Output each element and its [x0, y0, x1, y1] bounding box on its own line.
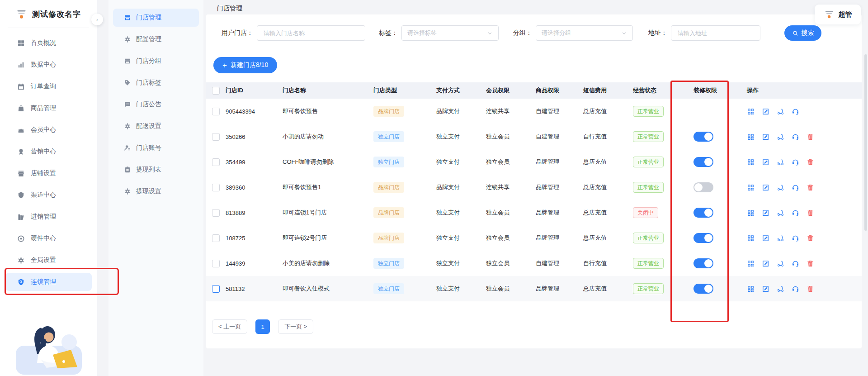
delete-icon[interactable]: [807, 234, 814, 242]
select-all-checkbox[interactable]: [212, 87, 220, 95]
row-checkbox[interactable]: [212, 133, 220, 141]
edit-icon[interactable]: [762, 234, 769, 242]
qrcode-icon[interactable]: [747, 158, 755, 166]
delivery-icon[interactable]: [777, 260, 784, 267]
support-icon[interactable]: [792, 209, 799, 217]
row-checkbox[interactable]: [212, 158, 220, 166]
product-permission-cell: 品牌管理: [536, 209, 583, 217]
edit-icon[interactable]: [762, 285, 769, 293]
qrcode-icon[interactable]: [747, 133, 755, 141]
edit-icon[interactable]: [762, 158, 769, 166]
working-woman-illustration: [15, 322, 83, 375]
renovation-toggle[interactable]: [693, 208, 713, 218]
sidebar-item-11[interactable]: 连锁管理: [0, 271, 97, 293]
submenu-item-5[interactable]: 配送设置: [108, 115, 203, 137]
sidebar-menu: 首页概况 数据中心 订单查询 商品管理 会员中心 营销中心 店铺设置: [0, 28, 97, 293]
edit-icon[interactable]: [762, 133, 769, 141]
row-checkbox[interactable]: [212, 285, 220, 293]
row-checkbox[interactable]: [212, 260, 220, 267]
renovation-toggle[interactable]: [693, 258, 713, 268]
qrcode-icon[interactable]: [747, 209, 755, 217]
delivery-icon[interactable]: [777, 209, 784, 217]
sidebar-item-10[interactable]: 全局设置: [0, 249, 97, 271]
row-checkbox[interactable]: [212, 184, 220, 191]
sidebar-collapse-button[interactable]: ‹: [91, 14, 103, 25]
sms-fee-cell: 总店充值: [583, 285, 633, 293]
next-page-button[interactable]: 下一页 >: [278, 319, 313, 334]
qrcode-icon[interactable]: [747, 184, 755, 191]
search-button-label: 搜索: [802, 29, 814, 37]
business-status-badge: 正常营业: [633, 233, 664, 243]
support-icon[interactable]: [792, 234, 799, 242]
submenu-item-6[interactable]: 门店账号: [108, 137, 203, 159]
store-id-cell: 905443394: [226, 108, 283, 115]
row-checkbox[interactable]: [212, 108, 220, 115]
current-page-button[interactable]: 1: [255, 319, 270, 334]
sidebar-item-8[interactable]: 进销管理: [0, 206, 97, 228]
business-status-badge: 正常营业: [633, 131, 664, 142]
user-chip[interactable]: 超管: [815, 5, 861, 24]
delivery-icon[interactable]: [777, 133, 784, 141]
submenu-item-8[interactable]: 提现设置: [108, 181, 203, 202]
sidebar-item-0[interactable]: 首页概况: [0, 32, 97, 54]
qrcode-icon[interactable]: [747, 260, 755, 267]
delete-icon[interactable]: [807, 158, 814, 166]
qrcode-icon[interactable]: [747, 285, 755, 293]
support-icon[interactable]: [792, 184, 799, 191]
delete-icon[interactable]: [807, 209, 814, 217]
delete-icon[interactable]: [807, 285, 814, 293]
delete-icon[interactable]: [807, 260, 814, 267]
new-store-button[interactable]: + 新建门店8/10: [213, 57, 277, 73]
sidebar-item-1[interactable]: 数据中心: [0, 54, 97, 76]
delivery-icon[interactable]: [777, 108, 784, 115]
sidebar-item-2[interactable]: 订单查询: [0, 76, 97, 97]
sidebar-item-4[interactable]: 会员中心: [0, 119, 97, 141]
submenu-item-4[interactable]: 门店公告: [108, 94, 203, 115]
support-icon[interactable]: [792, 133, 799, 141]
renovation-toggle[interactable]: [693, 284, 713, 294]
support-icon[interactable]: [792, 108, 799, 115]
delivery-icon[interactable]: [777, 234, 784, 242]
row-checkbox[interactable]: [212, 234, 220, 242]
delete-icon[interactable]: [807, 184, 814, 191]
renovation-toggle[interactable]: [693, 157, 713, 167]
submenu-item-2[interactable]: 门店分组: [108, 50, 203, 72]
renovation-toggle[interactable]: [693, 182, 713, 192]
store-name-input[interactable]: [263, 29, 359, 37]
store-name-cell: 即可餐饮预售: [283, 107, 373, 115]
submenu-item-0[interactable]: 门店管理: [108, 7, 203, 29]
tag-select[interactable]: 请选择标签: [401, 25, 499, 41]
sidebar-item-5[interactable]: 营销中心: [0, 141, 97, 162]
search-button[interactable]: 搜索: [784, 25, 821, 41]
support-icon[interactable]: [792, 260, 799, 267]
delivery-icon[interactable]: [777, 285, 784, 293]
delete-icon[interactable]: [807, 133, 814, 141]
renovation-toggle[interactable]: [693, 132, 713, 142]
edit-icon[interactable]: [762, 260, 769, 267]
filter-bar: 用户门店： 标签： 请选择标签 分组： 请选择分组 地址： 搜索: [206, 14, 862, 41]
edit-icon[interactable]: [762, 108, 769, 115]
submenu-item-3[interactable]: 门店标签: [108, 72, 203, 94]
support-icon[interactable]: [792, 285, 799, 293]
member-permission-cell: 独立会员: [486, 158, 536, 166]
renovation-toggle[interactable]: [693, 233, 713, 243]
support-icon[interactable]: [792, 158, 799, 166]
edit-icon[interactable]: [762, 184, 769, 191]
sidebar-item-7[interactable]: 渠道中心: [0, 184, 97, 206]
group-select[interactable]: 请选择分组: [536, 25, 633, 41]
delivery-icon[interactable]: [777, 184, 784, 191]
submenu-item-1[interactable]: 配置管理: [108, 29, 203, 50]
row-checkbox[interactable]: [212, 209, 220, 217]
edit-icon[interactable]: [762, 209, 769, 217]
address-input[interactable]: [677, 29, 755, 37]
submenu-item-icon: [124, 79, 131, 86]
sidebar-item-6[interactable]: 店铺设置: [0, 162, 97, 184]
qrcode-icon[interactable]: [747, 108, 755, 115]
sidebar-item-3[interactable]: 商品管理: [0, 97, 97, 119]
qrcode-icon[interactable]: [747, 234, 755, 242]
delivery-icon[interactable]: [777, 158, 784, 166]
submenu-item-7[interactable]: 提现列表: [108, 159, 203, 181]
sidebar-item-9[interactable]: 硬件中心: [0, 228, 97, 249]
prev-page-button[interactable]: < 上一页: [212, 319, 247, 334]
vertical-scrollbar[interactable]: [864, 54, 867, 231]
